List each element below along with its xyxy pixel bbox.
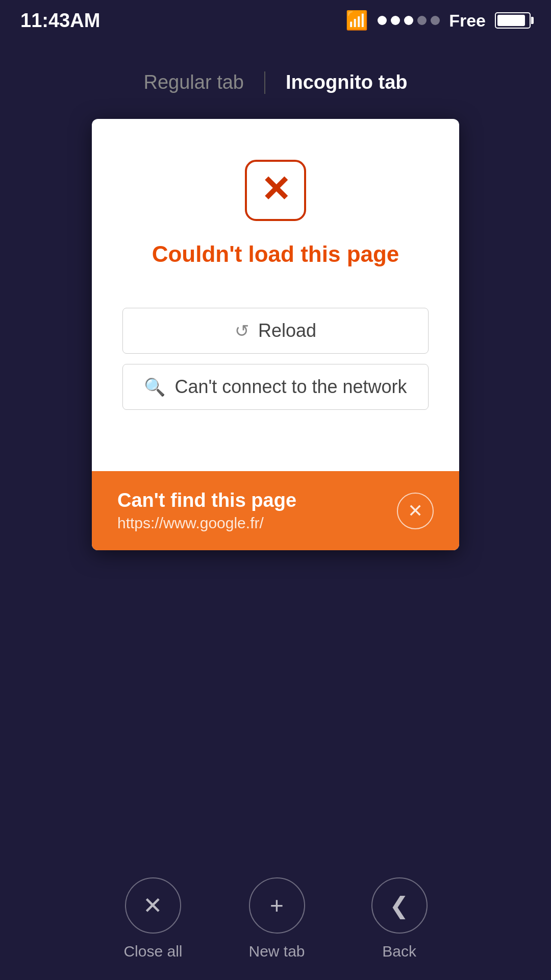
wifi-icon: 📶	[345, 10, 368, 31]
regular-tab-option[interactable]: Regular tab	[123, 66, 264, 99]
signal-dot-1	[378, 16, 387, 25]
bottom-nav: ✕ Close all + New tab ❮ Back	[0, 857, 551, 980]
reload-button[interactable]: ↺ Reload	[122, 308, 429, 354]
action-buttons: ↺ Reload 🔍 Can't connect to the network	[122, 308, 429, 410]
back-icon: ❮	[389, 892, 409, 919]
incognito-tab-option[interactable]: Incognito tab	[265, 66, 428, 99]
network-error-button[interactable]: 🔍 Can't connect to the network	[122, 364, 429, 410]
notification-title: Can't find this page	[117, 489, 296, 511]
error-x-icon: ✕	[261, 172, 291, 207]
notification-close-icon: ✕	[408, 500, 423, 522]
reload-icon: ↺	[235, 321, 249, 341]
signal-dots	[378, 16, 440, 25]
battery-indicator	[495, 12, 531, 29]
status-bar: 11:43AM 📶 Free	[0, 0, 551, 41]
browser-card: ✕ Couldn't load this page ↺ Reload 🔍 Can…	[92, 119, 459, 550]
carrier-text: Free	[449, 11, 486, 31]
signal-dot-4	[417, 16, 427, 25]
new-tab-circle: +	[249, 877, 305, 934]
signal-dot-2	[391, 16, 400, 25]
back-nav-item[interactable]: ❮ Back	[371, 877, 428, 960]
search-icon: 🔍	[144, 377, 165, 397]
battery-fill	[497, 15, 525, 26]
status-time: 11:43AM	[20, 10, 100, 32]
close-all-circle: ✕	[125, 877, 181, 934]
card-content: ✕ Couldn't load this page ↺ Reload 🔍 Can…	[92, 119, 459, 471]
error-icon-wrapper: ✕	[245, 160, 306, 221]
new-tab-nav-item[interactable]: + New tab	[249, 877, 305, 960]
notification-url: https://www.google.fr/	[117, 514, 296, 532]
reload-label: Reload	[258, 320, 316, 341]
notification-close-button[interactable]: ✕	[397, 493, 434, 529]
close-all-icon: ✕	[143, 892, 163, 919]
back-label: Back	[382, 943, 416, 960]
new-tab-icon: +	[270, 892, 284, 919]
status-icons: 📶 Free	[345, 10, 531, 31]
notification-banner: Can't find this page https://www.google.…	[92, 471, 459, 550]
close-all-nav-item[interactable]: ✕ Close all	[123, 877, 182, 960]
network-error-label: Can't connect to the network	[174, 376, 407, 398]
back-circle: ❮	[371, 877, 428, 934]
new-tab-label: New tab	[249, 943, 305, 960]
notification-text: Can't find this page https://www.google.…	[117, 489, 296, 532]
signal-dot-3	[404, 16, 413, 25]
signal-dot-5	[431, 16, 440, 25]
error-title: Couldn't load this page	[152, 241, 399, 267]
tab-header: Regular tab Incognito tab	[0, 41, 551, 119]
close-all-label: Close all	[123, 943, 182, 960]
